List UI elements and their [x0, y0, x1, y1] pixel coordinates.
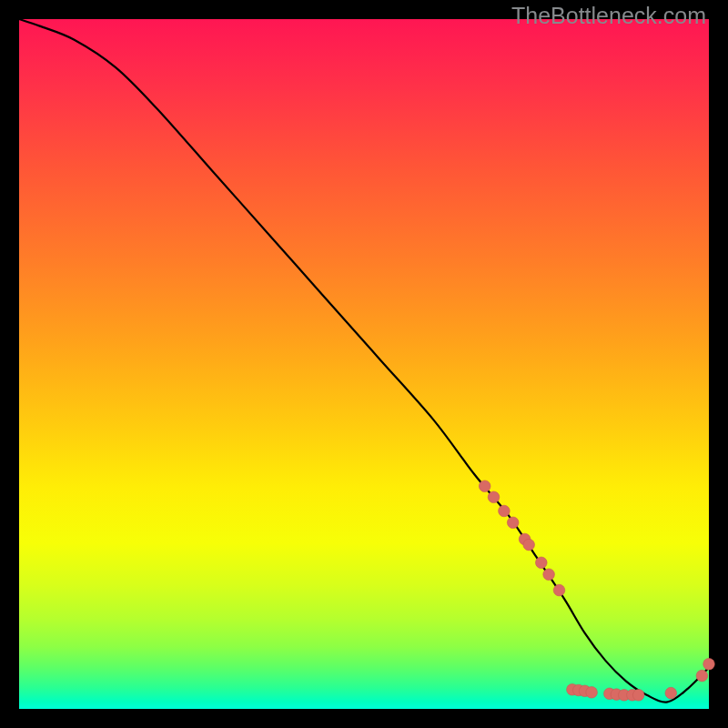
curve-marker — [507, 517, 519, 529]
curve-marker — [632, 690, 644, 702]
bottleneck-curve — [19, 19, 709, 703]
curve-marker — [499, 505, 511, 517]
chart-plot-area — [19, 19, 709, 709]
curve-marker — [523, 539, 535, 551]
curve-marker — [553, 584, 565, 596]
curve-marker — [586, 687, 598, 699]
watermark-label: TheBottleneck.com — [511, 3, 706, 29]
curve-marker — [696, 670, 708, 682]
curve-marker — [703, 658, 715, 670]
chart-svg — [19, 19, 709, 709]
curve-marker — [543, 569, 555, 581]
curve-marker — [479, 480, 490, 492]
curve-marker — [488, 491, 500, 503]
curve-markers — [479, 480, 714, 701]
curve-marker — [536, 557, 548, 569]
curve-marker — [665, 687, 677, 699]
chart-stage: TheBottleneck.com — [0, 0, 728, 728]
